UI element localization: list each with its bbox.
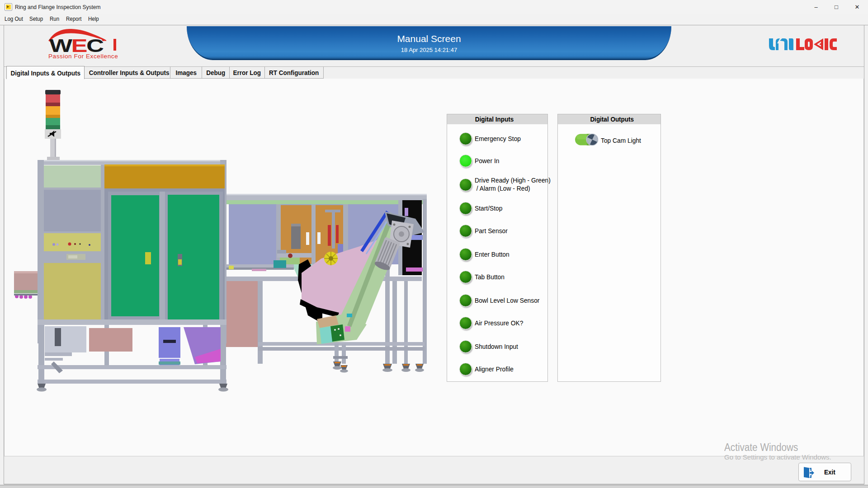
svg-text:Passion For Excellence: Passion For Excellence [48, 53, 118, 60]
